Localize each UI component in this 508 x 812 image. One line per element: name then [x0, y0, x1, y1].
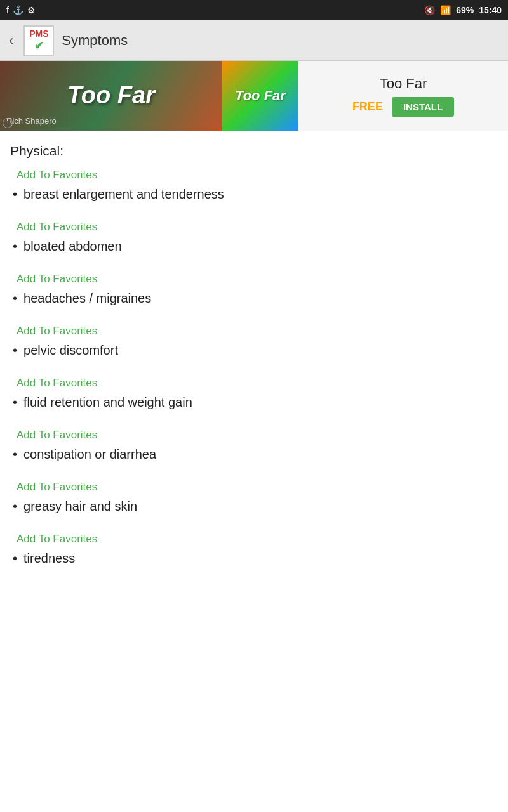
symptom-item: Add To Favorites•greasy hair and skin [10, 481, 498, 515]
add-to-favorites-button[interactable]: Add To Favorites [10, 273, 498, 285]
add-to-favorites-button[interactable]: Add To Favorites [10, 481, 498, 494]
symptom-label: constipation or diarrhea [23, 445, 156, 463]
usb-icon: ⚓ [13, 5, 23, 15]
add-to-favorites-button[interactable]: Add To Favorites [10, 325, 498, 337]
bullet-point: • [13, 393, 17, 411]
status-left-icons: f ⚓ ⚙ [6, 5, 36, 15]
bullet-point: • [13, 497, 17, 515]
content-area: Physical: Add To Favorites•breast enlarg… [0, 131, 508, 598]
bullet-point: • [13, 289, 17, 307]
symptom-label: headaches / migraines [23, 289, 151, 307]
add-to-favorites-button[interactable]: Add To Favorites [10, 429, 498, 442]
symptom-row: •constipation or diarrhea [10, 445, 498, 463]
ad-info-icon[interactable]: ℹ [3, 118, 13, 128]
symptom-row: •fluid retention and weight gain [10, 393, 498, 411]
symptom-item: Add To Favorites•fluid retention and wei… [10, 377, 498, 411]
symptom-label: bloated abdomen [23, 237, 122, 255]
facebook-icon: f [6, 5, 9, 15]
status-bar: f ⚓ ⚙ 🔇 📶 69% 15:40 [0, 0, 508, 20]
ad-author: Rich Shapero [6, 116, 57, 126]
symptom-item: Add To Favorites•breast enlargement and … [10, 169, 498, 203]
symptom-label: fluid retention and weight gain [23, 393, 192, 411]
symptom-label: pelvic discomfort [23, 341, 118, 359]
logo-check-icon: ✔ [34, 39, 44, 53]
section-title: Physical: [10, 143, 498, 159]
ad-action-row: FREE INSTALL [352, 97, 454, 117]
app-logo: PMS ✔ [23, 25, 54, 56]
logo-pms-text: PMS [29, 29, 48, 39]
install-button[interactable]: INSTALL [392, 97, 454, 117]
bullet-point: • [13, 341, 17, 359]
symptom-label: breast enlargement and tenderness [23, 185, 224, 203]
clock: 15:40 [479, 5, 502, 15]
add-to-favorites-button[interactable]: Add To Favorites [10, 377, 498, 390]
symptom-row: •bloated abdomen [10, 237, 498, 255]
ad-book-main-title: Too Far [67, 82, 155, 109]
add-to-favorites-button[interactable]: Add To Favorites [10, 533, 498, 546]
symptom-row: •pelvic discomfort [10, 341, 498, 359]
symptom-label: greasy hair and skin [23, 497, 137, 515]
back-button[interactable]: ‹ [6, 30, 16, 51]
symptom-row: •tiredness [10, 549, 498, 567]
bullet-point: • [13, 549, 17, 567]
bullet-point: • [13, 445, 17, 463]
symptom-row: •breast enlargement and tenderness [10, 185, 498, 203]
symptom-row: •headaches / migraines [10, 289, 498, 307]
page-title: Symptoms [62, 32, 128, 49]
bullet-point: • [13, 237, 17, 255]
symptoms-list: Add To Favorites•breast enlargement and … [10, 169, 498, 567]
battery-indicator: 69% [456, 5, 474, 15]
status-right-info: 🔇 📶 69% 15:40 [424, 5, 502, 15]
wifi-icon: 📶 [440, 5, 451, 15]
ad-cta-section: Too Far FREE INSTALL [298, 61, 508, 131]
bullet-point: • [13, 185, 17, 203]
ad-book-cover-thumb: Too Far [222, 61, 298, 131]
symptom-item: Add To Favorites•pelvic discomfort [10, 325, 498, 359]
settings-icon: ⚙ [27, 5, 36, 15]
app-bar: ‹ PMS ✔ Symptoms [0, 20, 508, 61]
ad-image-left: Too Far Rich Shapero [0, 61, 222, 131]
symptom-item: Add To Favorites•headaches / migraines [10, 273, 498, 307]
symptom-label: tiredness [23, 549, 75, 567]
add-to-favorites-button[interactable]: Add To Favorites [10, 169, 498, 181]
symptom-item: Add To Favorites•tiredness [10, 533, 498, 567]
symptom-row: •greasy hair and skin [10, 497, 498, 515]
add-to-favorites-button[interactable]: Add To Favorites [10, 221, 498, 233]
ad-free-label: FREE [352, 100, 383, 114]
ad-title-text: Too Far [380, 75, 427, 92]
ad-banner[interactable]: Too Far Rich Shapero Too Far Too Far FRE… [0, 61, 508, 131]
symptom-item: Add To Favorites•bloated abdomen [10, 221, 498, 255]
symptom-item: Add To Favorites•constipation or diarrhe… [10, 429, 498, 463]
mute-icon: 🔇 [424, 5, 435, 15]
